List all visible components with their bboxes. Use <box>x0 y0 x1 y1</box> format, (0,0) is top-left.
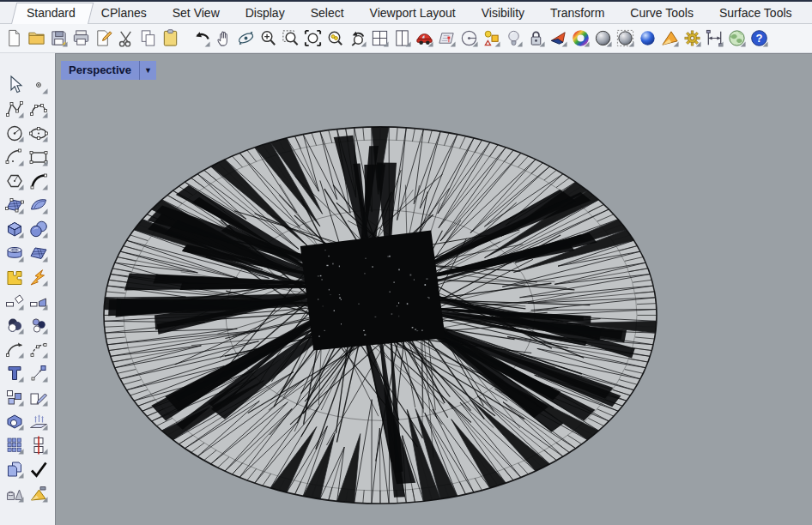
rendered-view-icon[interactable] <box>636 27 658 50</box>
standard-toolbar: ? <box>0 24 812 53</box>
circle-tool[interactable] <box>3 122 26 143</box>
svg-text:?: ? <box>755 32 762 45</box>
tab-label: Surface Tools <box>719 6 792 20</box>
undo-view-change-icon[interactable] <box>346 27 368 50</box>
set-cplane-icon[interactable] <box>435 27 458 50</box>
smash-tool[interactable] <box>27 266 50 287</box>
chamfer-tool[interactable] <box>27 290 50 311</box>
edit-document-icon[interactable] <box>92 27 114 50</box>
tab-curve-tools[interactable]: Curve Tools <box>617 2 706 23</box>
tab-label: CPlanes <box>101 6 147 20</box>
tab-strip: StandardCPlanesSet ViewDisplaySelectView… <box>0 2 812 24</box>
surface-corner-tool[interactable] <box>27 194 50 215</box>
tab-cplanes[interactable]: CPlanes <box>88 2 160 23</box>
split-viewport-icon[interactable] <box>391 27 413 50</box>
tool-sidebar <box>0 53 55 525</box>
primitives-tool[interactable] <box>3 482 26 504</box>
boolean-union-tool[interactable] <box>3 314 26 335</box>
help-icon[interactable]: ? <box>748 27 770 50</box>
color-wheel-icon[interactable] <box>569 27 591 50</box>
trim-tool[interactable] <box>27 386 50 407</box>
fillet-tool[interactable] <box>3 290 26 311</box>
text-tool[interactable] <box>3 362 26 383</box>
display-mode-icon[interactable] <box>547 27 569 50</box>
tab-label: Visibility <box>482 6 524 20</box>
zoom-in-icon[interactable] <box>257 27 279 50</box>
explode-tool[interactable] <box>3 266 26 287</box>
named-view-icon[interactable] <box>413 27 435 50</box>
zoom-window-icon[interactable] <box>279 27 301 50</box>
viewport-title[interactable]: Perspective ▼ <box>61 61 156 80</box>
surface-control-points-tool[interactable] <box>3 194 26 215</box>
viewport-title-label[interactable]: Perspective <box>61 61 139 80</box>
blend-curve-tool[interactable] <box>27 170 50 191</box>
viewport-title-dropdown[interactable]: ▼ <box>139 61 156 80</box>
chevron-down-icon: ▼ <box>144 66 152 75</box>
save-icon[interactable] <box>47 27 70 50</box>
options-gear-icon[interactable] <box>681 27 703 50</box>
zoom-selected-icon[interactable] <box>324 27 346 50</box>
cone-analysis-tool[interactable] <box>27 482 50 504</box>
shaded-view-icon[interactable] <box>591 27 614 50</box>
edit-solid-tool[interactable] <box>3 410 26 431</box>
tab-select[interactable]: Select <box>298 2 357 23</box>
point-cloud-tool[interactable] <box>27 314 50 335</box>
tab-surface-tools[interactable]: Surface Tools <box>706 2 805 23</box>
tab-label: Standard <box>27 6 76 20</box>
dimension-icon[interactable] <box>703 27 725 50</box>
perspective-viewport[interactable]: Perspective ▼ <box>55 53 812 525</box>
box-tool[interactable] <box>3 218 26 239</box>
new-document-icon[interactable] <box>3 27 25 50</box>
group-tool[interactable] <box>3 386 26 407</box>
split-tool[interactable] <box>27 434 50 456</box>
tab-visibility[interactable]: Visibility <box>469 2 537 23</box>
ghosted-view-icon[interactable] <box>614 27 636 50</box>
select-tool[interactable] <box>3 74 26 95</box>
tab-label: Display <box>245 6 285 20</box>
adjust-curve-tool[interactable] <box>3 338 26 359</box>
set-view-dial-icon[interactable] <box>458 27 480 50</box>
drape-tool[interactable] <box>27 410 50 431</box>
rectangle-tool[interactable] <box>27 146 50 167</box>
sphere-tool[interactable] <box>27 218 50 239</box>
curve-through-points-tool[interactable] <box>27 338 50 359</box>
selection-filter-icon[interactable] <box>480 27 502 50</box>
tab-label: Viewport Layout <box>370 6 456 20</box>
rhino-window: StandardCPlanesSet ViewDisplaySelectView… <box>0 0 812 525</box>
tab-label: Set View <box>173 6 220 20</box>
tab-set-view[interactable]: Set View <box>160 2 233 23</box>
surface-network-tool[interactable] <box>27 242 50 263</box>
tab-transform[interactable]: Transform <box>537 2 617 23</box>
point-tool[interactable] <box>27 74 50 95</box>
earth-icon[interactable] <box>725 27 748 50</box>
tool-sidebar-grid <box>0 74 55 504</box>
print-icon[interactable] <box>70 27 92 50</box>
open-file-icon[interactable] <box>25 27 47 50</box>
layers-tool[interactable] <box>3 458 26 480</box>
spotlight-icon[interactable] <box>658 27 681 50</box>
zoom-extents-icon[interactable] <box>301 27 324 50</box>
control-point-curve-tool[interactable] <box>27 98 50 119</box>
copy-icon[interactable] <box>136 27 159 50</box>
polyline-tool[interactable] <box>3 98 26 119</box>
rotate-view-icon[interactable] <box>234 27 257 50</box>
tab-viewport-layout[interactable]: Viewport Layout <box>357 2 469 23</box>
move-point-tool[interactable] <box>27 362 50 383</box>
main-area: Perspective ▼ <box>0 53 812 525</box>
mesh-object[interactable] <box>56 54 812 525</box>
lights-icon[interactable] <box>502 27 524 50</box>
arc-tool[interactable] <box>3 146 26 167</box>
check-objects-tool[interactable] <box>27 458 50 480</box>
cut-icon[interactable] <box>114 27 136 50</box>
array-tool[interactable] <box>3 434 26 456</box>
viewport-layout-icon[interactable] <box>368 27 391 50</box>
undo-icon[interactable] <box>190 27 212 50</box>
pan-icon[interactable] <box>212 27 234 50</box>
revolve-tool[interactable] <box>3 242 26 263</box>
tab-display[interactable]: Display <box>233 2 298 23</box>
polygon-tool[interactable] <box>3 170 26 191</box>
tab-standard[interactable]: Standard <box>14 2 88 23</box>
ellipse-tool[interactable] <box>27 122 50 143</box>
lock-icon[interactable] <box>524 27 547 50</box>
paste-icon[interactable] <box>159 27 181 50</box>
